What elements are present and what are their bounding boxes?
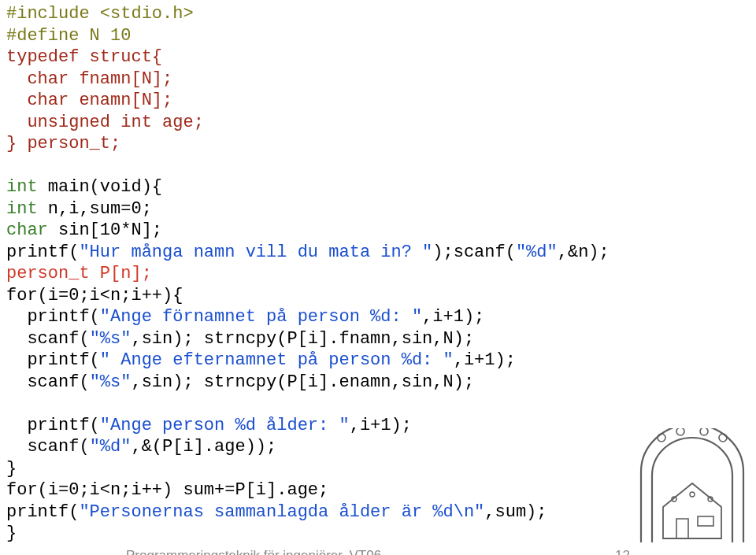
code-text: printf(	[6, 307, 100, 327]
code-keyword: int	[6, 199, 38, 219]
code-text: );scanf(	[432, 242, 516, 262]
code-string: "Ange person %d ålder: "	[100, 416, 350, 435]
code-line: }	[6, 459, 17, 479]
code-text: ,sum);	[484, 502, 547, 522]
code-line: for(i=0;i<n;i++){	[6, 286, 183, 305]
page-number: 12	[615, 547, 630, 555]
code-line: char enamn[N];	[6, 91, 172, 110]
code-string: "%d"	[516, 242, 558, 262]
code-line: }	[6, 524, 17, 543]
code-text: ,i+1);	[454, 350, 516, 370]
code-string: "Ange förnamnet på person %d: "	[100, 307, 422, 327]
code-line: person_t P[n];	[6, 264, 152, 283]
svg-point-1	[676, 428, 684, 435]
code-text: ,sin); strncpy(P[i].enamn,sin,N);	[131, 372, 474, 392]
code-text: ,i+1);	[422, 307, 484, 327]
code-text: ,i+1);	[350, 416, 412, 435]
code-string: " Ange efternamnet på person %d: "	[100, 350, 454, 370]
code-keyword: int	[6, 177, 38, 197]
svg-point-6	[690, 492, 695, 497]
code-text: ,&(P[i].age));	[131, 437, 276, 457]
code-string: "%s"	[90, 329, 132, 349]
code-text: ,sin); strncpy(P[i].fnamn,sin,N);	[131, 329, 474, 349]
svg-point-0	[658, 434, 665, 442]
code-line: #define N 10	[6, 26, 131, 46]
code-text: main(void){	[38, 177, 162, 197]
code-text: printf(	[6, 242, 79, 262]
code-string: "Personernas sammanlagda ålder är %d\n"	[79, 502, 484, 522]
svg-rect-4	[698, 516, 713, 526]
code-text: ,&n);	[558, 242, 610, 262]
svg-point-3	[719, 434, 727, 442]
code-text: scanf(	[6, 329, 90, 349]
footer-title: Programmeringsteknik för ingenjörer, VT0…	[126, 547, 381, 555]
code-text: n,i,sum=0;	[38, 199, 152, 219]
code-keyword: char	[6, 220, 48, 240]
code-line: unsigned int age;	[6, 113, 204, 132]
code-string: "Hur många namn vill du mata in? "	[79, 242, 432, 262]
code-text: scanf(	[6, 372, 90, 392]
code-line: } person_t;	[6, 134, 120, 154]
code-string: "%s"	[90, 372, 132, 392]
code-text: printf(	[6, 350, 100, 370]
code-text: scanf(	[6, 437, 90, 457]
university-seal-icon	[633, 428, 751, 550]
code-line: for(i=0;i<n;i++) sum+=P[i].age;	[6, 480, 328, 500]
code-line: char fnamn[N];	[6, 69, 172, 89]
svg-point-2	[700, 428, 708, 435]
code-text: printf(	[6, 502, 79, 522]
code-line: #include <stdio.h>	[6, 4, 194, 24]
code-text: sin[10*N];	[48, 220, 162, 240]
code-text: printf(	[6, 416, 100, 435]
code-string: "%d"	[90, 437, 132, 457]
code-line: typedef struct{	[6, 47, 162, 67]
